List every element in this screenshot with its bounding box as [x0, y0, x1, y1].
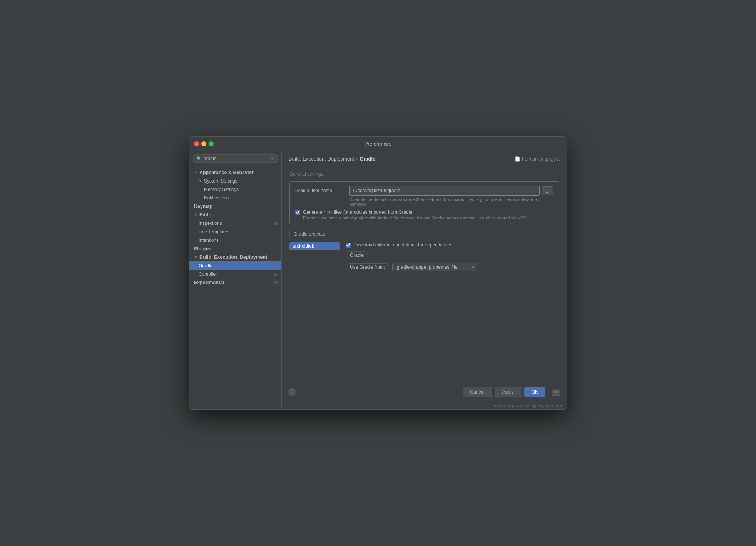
sidebar-item-label: Memory Settings — [204, 187, 239, 192]
project-list: androidtob — [289, 242, 340, 271]
gradle-sub-label: Gradle — [346, 251, 368, 259]
maximize-button[interactable] — [209, 141, 214, 146]
download-annotations-label: Download external annotations for depend… — [353, 242, 453, 248]
generate-iml-checkbox[interactable] — [295, 210, 300, 215]
sidebar-item-label: Inspections — [199, 221, 222, 226]
sidebar-item-live-templates[interactable]: Live Templates — [189, 228, 281, 236]
sidebar-item-label: Notifications — [204, 195, 229, 201]
sidebar-item-label: Plugins — [194, 246, 211, 251]
preferences-window: Preferences 🔍 ✕ ▼ Appearance & Behavior — [189, 136, 567, 410]
sidebar-item-label: Intentions — [199, 238, 219, 243]
content-area: Build, Execution, Deployment › Gradle 📄 … — [282, 151, 567, 409]
sidebar-item-label: Gradle — [199, 263, 212, 268]
sidebar-item-label: Appearance & Behavior — [199, 170, 254, 175]
breadcrumb-current: Gradle — [360, 156, 375, 162]
project-item-androidtob[interactable]: androidtob — [289, 242, 340, 250]
sidebar-item-system-settings[interactable]: ▼ System Settings — [189, 177, 281, 185]
gradle-user-home-row: Gradle user home: ... — [295, 186, 553, 196]
project-settings: Download external annotations for depend… — [346, 242, 559, 271]
footer-right: Cancel Apply OK 中 — [463, 387, 560, 397]
projects-content: androidtob Download external annotations… — [289, 242, 559, 271]
sidebar-item-label: Live Templates — [199, 229, 229, 234]
status-url: https://blog.csdn.net/guangdcsimone — [494, 403, 563, 408]
sidebar-item-plugins[interactable]: Plugins — [189, 245, 281, 253]
search-input[interactable] — [204, 156, 269, 161]
gradle-wrapper-select-wrap: 'gradle-wrapper.properties' file Gradle … — [392, 263, 477, 271]
for-project-icon: 📄 — [515, 156, 520, 162]
gradle-user-home-input[interactable] — [349, 186, 540, 196]
lang-zh-button[interactable]: 中 — [552, 389, 560, 396]
generate-iml-hint: Enable if you have a mixed project with … — [303, 216, 527, 220]
sidebar-item-label: Compiler — [199, 271, 217, 277]
status-bar: https://blog.csdn.net/guangdcsimone — [282, 401, 567, 409]
sidebar: 🔍 ✕ ▼ Appearance & Behavior ▼ System Set… — [189, 151, 282, 409]
cancel-button[interactable]: Cancel — [463, 387, 492, 397]
ok-button[interactable]: OK — [524, 387, 545, 397]
search-box: 🔍 ✕ — [189, 151, 281, 166]
traffic-lights — [194, 141, 214, 146]
gradle-projects-section: Gradle projects androidtob Download exte… — [289, 230, 559, 271]
gradle-projects-label: Gradle projects — [289, 230, 329, 238]
breadcrumb-sep: › — [356, 156, 358, 162]
search-icon: 🔍 — [196, 156, 202, 161]
copy-icon: ⊞ — [274, 272, 278, 277]
copy-icon: ⊞ — [274, 280, 278, 285]
general-settings-group: Gradle user home: ... Override the defau… — [289, 181, 559, 224]
use-gradle-from-label: Use Gradle from: — [346, 263, 389, 271]
sidebar-item-label: Build, Execution, Deployment — [199, 255, 267, 260]
close-button[interactable] — [194, 141, 199, 146]
general-settings-label: General settings — [289, 171, 559, 177]
sidebar-item-notifications[interactable]: Notifications — [189, 194, 281, 202]
sidebar-item-label: System Settings — [204, 178, 238, 184]
gradle-user-home-input-wrap: ... — [349, 186, 553, 196]
sidebar-item-experimental[interactable]: Experimental ⊞ — [189, 278, 281, 287]
content-header: Build, Execution, Deployment › Gradle 📄 … — [282, 151, 567, 165]
apply-button[interactable]: Apply — [495, 387, 521, 397]
sidebar-item-label: Keymap — [194, 204, 213, 209]
sidebar-item-label: Editor — [199, 212, 213, 218]
footer-left: ? — [288, 388, 296, 396]
copy-icon: ⊞ — [274, 263, 278, 268]
content-scroll: General settings Gradle user home: ... O… — [282, 165, 567, 383]
for-project-label: For current project — [522, 156, 560, 162]
sidebar-item-editor[interactable]: ▼ Editor — [189, 211, 281, 219]
sidebar-item-keymap[interactable]: Keymap — [189, 202, 281, 211]
sidebar-item-build-execution[interactable]: ▼ Build, Execution, Deployment — [189, 253, 281, 261]
help-button[interactable]: ? — [288, 388, 296, 396]
for-project: 📄 For current project — [515, 156, 560, 162]
browse-button[interactable]: ... — [542, 186, 553, 195]
sidebar-item-inspections[interactable]: Inspections ⊞ — [189, 219, 281, 228]
sidebar-item-gradle[interactable]: Gradle ⊞ — [189, 261, 281, 270]
generate-iml-row: Generate *.iml files for modules importe… — [295, 209, 553, 220]
arrow-icon: ▼ — [194, 213, 197, 217]
main-content: 🔍 ✕ ▼ Appearance & Behavior ▼ System Set… — [189, 151, 567, 409]
use-gradle-from-row: Use Gradle from: 'gradle-wrapper.propert… — [346, 263, 559, 271]
footer: ? Cancel Apply OK 中 — [282, 383, 567, 401]
minimize-button[interactable] — [201, 141, 206, 146]
gradle-user-home-label: Gradle user home: — [295, 188, 345, 193]
arrow-icon: ▼ — [194, 171, 197, 174]
nav-tree: ▼ Appearance & Behavior ▼ System Setting… — [189, 166, 281, 409]
sidebar-item-compiler[interactable]: Compiler ⊞ — [189, 270, 281, 278]
sidebar-item-memory-settings[interactable]: Memory Settings — [189, 185, 281, 194]
sidebar-item-appearance-behavior[interactable]: ▼ Appearance & Behavior — [189, 168, 281, 177]
breadcrumb: Build, Execution, Deployment › Gradle — [289, 156, 375, 162]
copy-icon: ⊞ — [274, 221, 278, 226]
sidebar-item-label: Experimental — [194, 280, 224, 285]
download-annotations-checkbox[interactable] — [346, 243, 351, 248]
arrow-icon: ▼ — [199, 179, 202, 183]
download-annotations-row: Download external annotations for depend… — [346, 242, 559, 248]
gradle-wrapper-select[interactable]: 'gradle-wrapper.properties' file Gradle … — [392, 263, 477, 271]
window-title: Preferences — [365, 141, 391, 147]
gradle-user-home-hint: Override the default location where Grad… — [295, 197, 553, 206]
titlebar: Preferences — [189, 137, 567, 151]
arrow-icon: ▼ — [194, 255, 197, 259]
lang-btns: 中 — [552, 389, 560, 396]
sidebar-item-intentions[interactable]: Intentions — [189, 236, 281, 245]
search-wrap[interactable]: 🔍 ✕ — [193, 154, 278, 163]
breadcrumb-parent: Build, Execution, Deployment — [289, 156, 354, 162]
clear-icon[interactable]: ✕ — [271, 156, 274, 161]
generate-iml-label: Generate *.iml files for modules importe… — [303, 209, 527, 215]
